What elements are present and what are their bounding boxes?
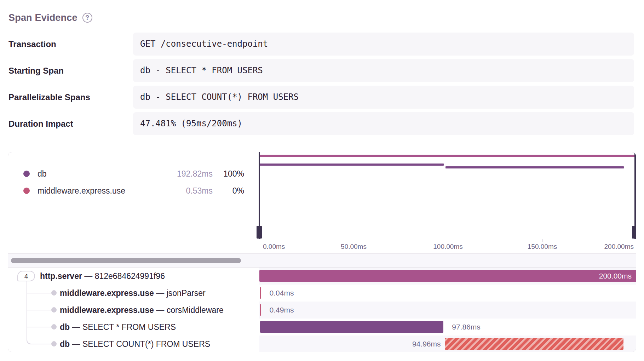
- span-tree-cell: middleware.express.use — corsMiddleware: [8, 302, 259, 319]
- minimap-right-grip[interactable]: [632, 226, 636, 239]
- legend-op-duration: 0.53ms: [186, 183, 213, 199]
- separator: —: [72, 339, 80, 349]
- span-op: db: [60, 339, 70, 349]
- span-title: middleware.express.use — jsonParser: [60, 285, 206, 302]
- help-icon[interactable]: ?: [82, 13, 92, 23]
- ops-legend: db 192.82ms 100% middleware.express.use …: [8, 152, 259, 239]
- trace-minimap[interactable]: [259, 152, 636, 239]
- span-tree: 4 http.server — 812e684624991f96 200.00m…: [8, 268, 636, 352]
- evidence-label: Starting Span: [8, 59, 64, 82]
- legend-op-name: middleware.express.use: [38, 183, 125, 199]
- evidence-value: db - SELECT * FROM USERS: [133, 59, 634, 82]
- span-duration-label: 200.00ms: [599, 270, 632, 282]
- evidence-label: Parallelizable Spans: [8, 86, 90, 109]
- span-bar-cell: 200.00ms: [259, 268, 636, 285]
- horizontal-scrollbar-track[interactable]: [8, 253, 636, 268]
- span-description: SELECT * FROM USERS: [82, 322, 176, 332]
- span-tree-cell: db — SELECT COUNT(*) FROM USERS: [8, 336, 259, 352]
- evidence-value: db - SELECT COUNT(*) FROM USERS: [133, 86, 634, 109]
- evidence-label: Transaction: [8, 33, 56, 56]
- axis-tick-label: 150.00ms: [528, 239, 557, 254]
- separator: —: [156, 288, 164, 298]
- span-title: middleware.express.use — corsMiddleware: [60, 302, 224, 319]
- span-op: middleware.express.use: [60, 288, 154, 298]
- span-bar-cell: 97.86ms: [259, 319, 636, 336]
- span-duration-bar: [260, 321, 443, 333]
- span-title: db — SELECT * FROM USERS: [60, 319, 176, 336]
- span-title: http.server — 812e684624991f96: [40, 268, 165, 285]
- span-op: middleware.express.use: [60, 305, 154, 315]
- axis-tick-label: 200.00ms: [604, 239, 634, 254]
- separator: —: [72, 322, 80, 332]
- span-row-http-server[interactable]: 4 http.server — 812e684624991f96 200.00m…: [8, 268, 636, 285]
- evidence-value: GET /consecutive-endpoint: [133, 33, 634, 56]
- span-duration-label: 97.86ms: [452, 319, 481, 336]
- evidence-row-parallelizable-spans: Parallelizable Spans db - SELECT COUNT(*…: [0, 86, 644, 109]
- time-axis: 0.00ms 50.00ms 100.00ms 150.00ms 200.00m…: [259, 239, 636, 253]
- legend-op-percent: 100%: [223, 166, 244, 182]
- span-tree-cell: 4 http.server — 812e684624991f96: [8, 268, 259, 285]
- span-duration-bar: [260, 287, 261, 299]
- span-waterfall-panel: db 192.82ms 100% middleware.express.use …: [8, 152, 636, 352]
- span-duration-bar: [260, 304, 261, 316]
- span-op: db: [60, 322, 70, 332]
- span-row-corsmiddleware[interactable]: middleware.express.use — corsMiddleware …: [8, 302, 636, 319]
- legend-dot-icon: [23, 171, 30, 177]
- span-duration-label: 0.49ms: [270, 302, 294, 319]
- span-row-jsonparser[interactable]: middleware.express.use — jsonParser 0.04…: [8, 285, 636, 302]
- separator: —: [84, 271, 92, 281]
- span-description: 812e684624991f96: [95, 271, 165, 281]
- span-op: http.server: [40, 271, 82, 281]
- minimap-bar: [259, 164, 444, 166]
- evidence-label: Duration Impact: [8, 112, 73, 135]
- minimap-bar: [445, 166, 624, 168]
- span-count-badge[interactable]: 4: [17, 271, 35, 281]
- span-row-select-users[interactable]: db — SELECT * FROM USERS 97.86ms: [8, 319, 636, 336]
- legend-op-duration: 192.82ms: [177, 166, 213, 182]
- legend-op-name: db: [38, 166, 47, 182]
- span-tree-cell: db — SELECT * FROM USERS: [8, 319, 259, 336]
- evidence-row-starting-span: Starting Span db - SELECT * FROM USERS: [0, 59, 644, 82]
- axis-tick-label: 0.00ms: [263, 239, 285, 254]
- span-tree-cell: middleware.express.use — jsonParser: [8, 285, 259, 302]
- span-duration-bar: 200.00ms: [259, 270, 636, 282]
- span-description: SELECT COUNT(*) FROM USERS: [82, 339, 210, 349]
- evidence-row-duration-impact: Duration Impact 47.481% (95ms/200ms): [0, 112, 644, 135]
- legend-op-percent: 0%: [232, 183, 244, 199]
- axis-tick-label: 50.00ms: [341, 239, 367, 254]
- axis-tick-label: 100.00ms: [433, 239, 462, 254]
- page-title-row: Span Evidence ?: [8, 11, 92, 25]
- span-description: jsonParser: [167, 288, 206, 298]
- span-duration-bar: [445, 338, 623, 350]
- horizontal-scrollbar-thumb[interactable]: [11, 258, 241, 263]
- span-bar-cell: 0.04ms: [259, 285, 636, 302]
- legend-item-db[interactable]: db 192.82ms 100%: [8, 166, 259, 182]
- minimap-bar: [259, 155, 636, 157]
- span-bar-cell: 0.49ms: [259, 302, 636, 319]
- span-row-select-count-users[interactable]: db — SELECT COUNT(*) FROM USERS 94.96ms: [8, 336, 636, 352]
- evidence-value: 47.481% (95ms/200ms): [133, 112, 634, 135]
- span-bar-cell: 94.96ms: [259, 336, 636, 352]
- legend-dot-icon: [23, 188, 30, 194]
- evidence-row-transaction: Transaction GET /consecutive-endpoint: [0, 33, 644, 56]
- separator: —: [156, 305, 164, 315]
- span-duration-label: 0.04ms: [270, 285, 294, 302]
- minimap-left-grip[interactable]: [257, 226, 262, 239]
- page-title: Span Evidence: [8, 12, 77, 23]
- span-duration-label: 94.96ms: [412, 336, 441, 352]
- legend-item-middleware[interactable]: middleware.express.use 0.53ms 0%: [8, 183, 259, 199]
- span-evidence-page: Span Evidence ? Transaction GET /consecu…: [0, 0, 644, 361]
- span-description: corsMiddleware: [167, 305, 224, 315]
- span-title: db — SELECT COUNT(*) FROM USERS: [60, 336, 210, 352]
